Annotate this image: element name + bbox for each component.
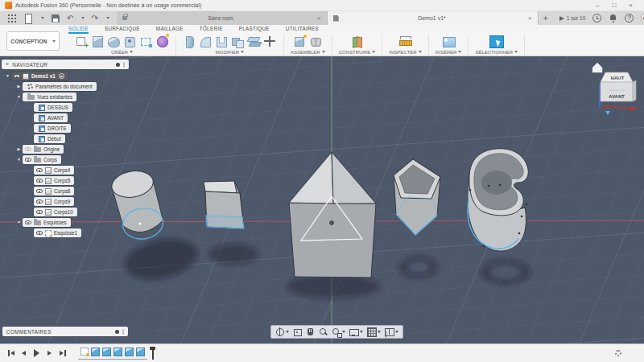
- redo-icon[interactable]: ↷: [91, 14, 97, 23]
- visibility-eye-icon[interactable]: [25, 147, 31, 151]
- quota-badge[interactable]: 1 sur 10: [559, 15, 586, 21]
- ribbon-tab-solide[interactable]: SOLIDE: [68, 26, 89, 34]
- viewports-tool[interactable]: [385, 327, 398, 336]
- sketch-dim-icon[interactable]: [139, 35, 153, 47]
- visibility-eye-icon[interactable]: [36, 168, 43, 172]
- visibility-eye-icon[interactable]: [36, 210, 43, 214]
- tree-item-chip[interactable]: Corps4: [34, 166, 74, 175]
- collapse-panel-icon[interactable]: «: [6, 60, 9, 68]
- visibility-eye-icon[interactable]: [25, 220, 31, 224]
- undo-icon[interactable]: ↶: [67, 14, 73, 23]
- viewport-canvas[interactable]: « NAVIGATEUR ▼Demo1 v1▶Paramètres du doc…: [0, 56, 644, 343]
- shell-icon[interactable]: [215, 35, 229, 47]
- navigator-header[interactable]: « NAVIGATEUR: [2, 60, 129, 69]
- body-heart-tube[interactable]: [468, 149, 529, 251]
- tree-item-chip[interactable]: Origine: [23, 145, 64, 154]
- plane-icon[interactable]: [350, 35, 364, 47]
- skip-start-button[interactable]: [6, 349, 15, 358]
- timeline-settings-gear-icon[interactable]: [615, 350, 621, 356]
- ribbon-group-label[interactable]: SÉLECTIONNER: [475, 48, 518, 56]
- revolve-icon[interactable]: [107, 35, 121, 47]
- tree-item-corps4[interactable]: Corps4: [2, 166, 129, 175]
- tree-item-vues-existantes[interactable]: ▼Vues existantes: [2, 93, 129, 101]
- look-at-tool[interactable]: [293, 327, 302, 336]
- chevron-down-icon[interactable]: [395, 331, 398, 333]
- tree-item-corps[interactable]: ▼Corps: [2, 155, 129, 164]
- expander-open-icon[interactable]: ▼: [4, 72, 11, 80]
- close-window-button[interactable]: ×: [629, 0, 633, 11]
- orbit-tool[interactable]: [275, 327, 289, 336]
- home-view-icon[interactable]: [592, 63, 602, 72]
- viewcube-top-label[interactable]: HAUT: [611, 76, 625, 80]
- tree-item-droite[interactable]: DROITE: [2, 124, 129, 133]
- ribbon-tab-utilitaires[interactable]: UTILITAIRES: [286, 26, 319, 34]
- ribbon-tab-tôlerie[interactable]: TÔLERIE: [200, 26, 223, 34]
- visibility-eye-icon[interactable]: [36, 231, 43, 235]
- fillet-icon[interactable]: [199, 35, 213, 47]
- form-icon[interactable]: [155, 35, 169, 47]
- tree-item-chip[interactable]: Début: [34, 134, 65, 143]
- maximize-button[interactable]: □: [612, 0, 616, 11]
- display-settings-tool[interactable]: [349, 327, 363, 336]
- image-icon[interactable]: [442, 35, 456, 47]
- joint-icon[interactable]: [309, 35, 323, 47]
- offset-face-icon[interactable]: [247, 35, 261, 47]
- new-sketch-icon[interactable]: [75, 35, 89, 47]
- tree-item-chip[interactable]: Esquisses: [23, 218, 71, 227]
- panel-options-icon[interactable]: [115, 330, 119, 334]
- help-icon[interactable]: [625, 14, 634, 23]
- tree-item-chip[interactable]: Corps10: [34, 208, 77, 216]
- tree-item-chip[interactable]: Paramètres du document: [23, 82, 97, 91]
- tree-item-chip[interactable]: AVANT: [34, 113, 68, 122]
- tree-item-chip[interactable]: Corps8: [34, 187, 74, 195]
- expander-open-icon[interactable]: ▼: [15, 218, 23, 227]
- ribbon-group-label[interactable]: ASSEMBLER: [291, 48, 325, 56]
- combine-icon[interactable]: [231, 35, 245, 47]
- chevron-down-icon[interactable]: [342, 331, 345, 333]
- workspace-selector-button[interactable]: CONCEPTION: [6, 31, 60, 51]
- ribbon-group-label[interactable]: CONSTRUIRE: [339, 48, 376, 56]
- view-cube[interactable]: HAUT AVANT: [589, 60, 641, 117]
- timeline-feature-extrude-1[interactable]: [91, 348, 100, 356]
- tree-item-chip[interactable]: Corps5: [34, 176, 74, 185]
- tree-item-avant[interactable]: AVANT: [2, 113, 129, 122]
- step-forward-button[interactable]: [45, 349, 54, 358]
- ribbon-group-label[interactable]: MODIFIER: [216, 48, 244, 56]
- save-icon[interactable]: [51, 14, 60, 23]
- expander-open-icon[interactable]: ▼: [15, 155, 23, 164]
- viewcube-menu-arrow-icon[interactable]: [605, 111, 610, 115]
- ribbon-group-label[interactable]: CRÉER: [111, 48, 133, 56]
- timeline-feature-extrude-3[interactable]: [114, 348, 122, 356]
- job-status-icon[interactable]: [592, 14, 601, 23]
- timeline-feature-extrude-4[interactable]: [125, 348, 134, 356]
- tree-item-param-tres-du-document[interactable]: ▶Paramètres du document: [2, 82, 129, 91]
- timeline-feature-extrude-5[interactable]: [136, 348, 145, 356]
- move-icon[interactable]: [263, 35, 277, 47]
- tree-item-chip[interactable]: Corps: [23, 155, 61, 164]
- step-back-button[interactable]: [19, 349, 28, 358]
- fit-tool[interactable]: [332, 327, 345, 336]
- tree-item-corps5[interactable]: Corps5: [2, 176, 129, 185]
- origin-point[interactable]: [330, 221, 334, 225]
- tree-item-dessus[interactable]: DESSUS: [2, 103, 129, 112]
- zoom-tool[interactable]: [319, 327, 328, 336]
- tree-item-d-but[interactable]: Début: [2, 134, 129, 143]
- chevron-down-icon[interactable]: [81, 17, 85, 19]
- tree-item-chip[interactable]: Corps9: [34, 197, 74, 206]
- new-file-icon[interactable]: [23, 14, 33, 23]
- activate-component-icon[interactable]: [59, 73, 64, 79]
- tree-item-origine[interactable]: ▶Origine: [2, 145, 129, 154]
- timeline-feature-sketch-0[interactable]: [80, 348, 89, 356]
- ribbon-group-label[interactable]: INSÉRER: [436, 48, 462, 56]
- expander-closed-icon[interactable]: ▶: [15, 145, 23, 154]
- tree-item-chip[interactable]: Vues existantes: [23, 93, 76, 101]
- ribbon-tab-plastique[interactable]: PLASTIQUE: [239, 26, 270, 34]
- document-tab-0[interactable]: Sans nom×: [117, 11, 328, 25]
- tree-item-esquisses[interactable]: ▼Esquisses: [2, 218, 129, 227]
- skip-end-button[interactable]: [58, 349, 67, 358]
- visibility-eye-icon[interactable]: [36, 200, 43, 204]
- tree-item-chip[interactable]: Demo1 v1: [11, 72, 68, 80]
- visibility-eye-icon[interactable]: [14, 74, 20, 78]
- tree-item-chip[interactable]: DESSUS: [34, 103, 72, 112]
- panel-drag-handle[interactable]: [122, 329, 124, 335]
